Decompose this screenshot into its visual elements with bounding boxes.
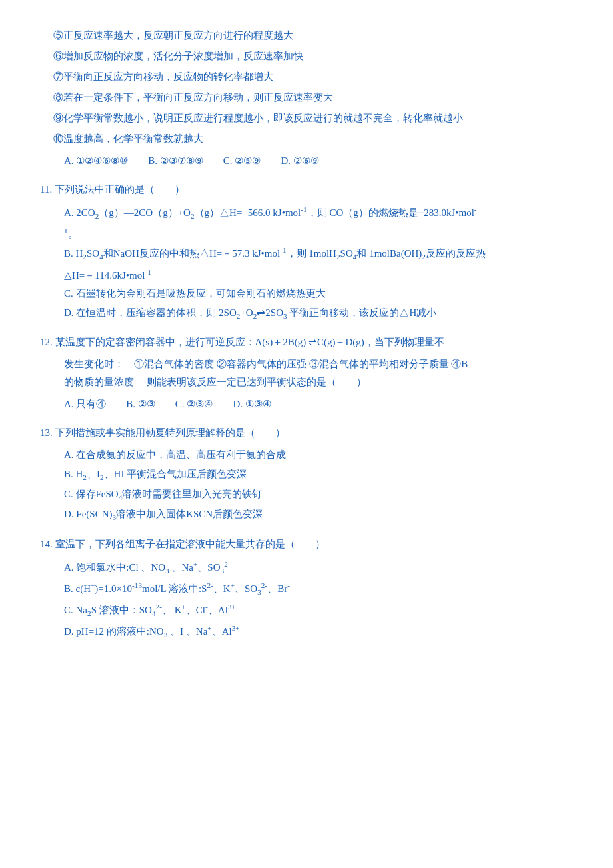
q14-text: 室温下，下列各组离子在指定溶液中能大量共存的是（ ） (55, 539, 325, 549)
q13-header: 13. 下列措施或事实能用勒夏特列原理解释的是（ ） (40, 424, 573, 442)
main-content: ⑤正反应速率越大，反应朝正反应方向进行的程度越大 ⑥增加反应物的浓度，活化分子浓… (40, 27, 573, 642)
q14-choiceD: D. pH=12 的溶液中:NO3-、I-、Na+、Al3+ (40, 621, 573, 641)
q11-text: 下列说法中正确的是（ ） (55, 184, 185, 195)
item-5-text: ⑤正反应速率越大，反应朝正反应方向进行的程度越大 (53, 30, 293, 41)
q12-choices: A. 只有④ B. ②③ C. ②③④ D. ①③④ (40, 395, 573, 413)
q14-choiceA: A. 饱和氯水中:Cl-、NO3-、Na+、SO32- (40, 557, 573, 577)
q14-number: 14. (40, 539, 55, 549)
q12-choice-A: A. 只有④ (64, 395, 106, 413)
item-8: ⑧若在一定条件下，平衡向正反应方向移动，则正反应速率变大 (40, 89, 573, 107)
item-6: ⑥增加反应物的浓度，活化分子浓度增加，反应速率加快 (40, 47, 573, 65)
item-10-text: ⑩温度越高，化学平衡常数就越大 (53, 133, 203, 144)
q12-choice-D: D. ①③④ (233, 395, 271, 413)
choice-C: C. ②⑤⑨ (223, 152, 261, 170)
q11-choiceC-text: C. 石墨转化为金刚石是吸热反应，可知金刚石的燃烧热更大 (64, 288, 326, 299)
q13-choiceA-text: A. 在合成氨的反应中，高温、高压有利于氨的合成 (64, 449, 286, 460)
q12-header: 12. 某温度下的定容密闭容器中，进行可逆反应：A(s)＋2B(g) ⇌C(g)… (40, 333, 573, 351)
q12-line3: 的物质的量浓度 则能表明该反应一定已达到平衡状态的是（ ） (40, 373, 573, 391)
choice-B: B. ②③⑦⑧⑨ (148, 152, 203, 170)
q11-number: 11. (40, 184, 55, 195)
choices-group-1: A. ①②④⑥⑧⑩ B. ②③⑦⑧⑨ C. ②⑤⑨ D. ②⑥⑨ (40, 152, 573, 170)
q14-header: 14. 室温下，下列各组离子在指定溶液中能大量共存的是（ ） (40, 535, 573, 553)
item-8-text: ⑧若在一定条件下，平衡向正反应方向移动，则正反应速率变大 (53, 92, 333, 103)
q11-choiceB-cont: △H=－114.6kJ•mol-1 (40, 265, 573, 285)
q13-choiceA: A. 在合成氨的反应中，高温、高压有利于氨的合成 (40, 446, 573, 464)
item-6-text: ⑥增加反应物的浓度，活化分子浓度增加，反应速率加快 (53, 51, 303, 61)
q11-choiceA-cont: 1。 (40, 224, 573, 243)
q13-choiceD: D. Fe(SCN)3溶液中加入固体KSCN后颜色变深 (40, 505, 573, 524)
q11-choiceD: D. 在恒温时，压缩容器的体积，则 2SO2+O2⇌2SO3 平衡正向移动，该反… (40, 304, 573, 323)
item-5: ⑤正反应速率越大，反应朝正反应方向进行的程度越大 (40, 27, 573, 45)
choice-D: D. ②⑥⑨ (281, 152, 318, 170)
item-10: ⑩温度越高，化学平衡常数就越大 (40, 130, 573, 148)
item-7-text: ⑦平衡向正反应方向移动，反应物的转化率都增大 (53, 71, 273, 82)
q13-choiceC: C. 保存FeSO4溶液时需要往里加入光亮的铁钉 (40, 485, 573, 504)
q13-text: 下列措施或事实能用勒夏特列原理解释的是（ ） (55, 427, 285, 438)
q14-choiceC: C. Na2S 溶液中：SO42-、 K+、Cl-、Al3+ (40, 600, 573, 620)
q12-line2: 发生变化时： ①混合气体的密度 ②容器内气体的压强 ③混合气体的平均相对分子质量… (40, 355, 573, 373)
q13-number: 13. (40, 427, 55, 438)
q11-choiceA: A. 2CO2（g）—2CO（g）+O2（g）△H=+566.0 kJ•mol-… (40, 203, 573, 223)
item-7: ⑦平衡向正反应方向移动，反应物的转化率都增大 (40, 68, 573, 86)
item-9-text: ⑨化学平衡常数越小，说明正反应进行程度越小，即该反应进行的就越不完全，转化率就越… (53, 113, 463, 123)
q12-number: 12. (40, 337, 55, 347)
q12-choice-C: C. ②③④ (175, 395, 213, 413)
q11-header: 11. 下列说法中正确的是（ ） (40, 181, 573, 199)
q11-choiceB: B. H2SO4和NaOH反应的中和热△H=－57.3 kJ•mol-1，则 1… (40, 243, 573, 263)
q13-choiceB: B. H2、I2、HI 平衡混合气加压后颜色变深 (40, 465, 573, 484)
q11-choiceC: C. 石墨转化为金刚石是吸热反应，可知金刚石的燃烧热更大 (40, 285, 573, 303)
item-9: ⑨化学平衡常数越小，说明正反应进行程度越小，即该反应进行的就越不完全，转化率就越… (40, 109, 573, 127)
q12-choice-B: B. ②③ (126, 395, 155, 413)
q14-choiceB: B. c(H+)=1.0×10-13mol/L 溶液中:S2-、K+、SO32-… (40, 579, 573, 599)
choice-A: A. ①②④⑥⑧⑩ (64, 152, 128, 170)
